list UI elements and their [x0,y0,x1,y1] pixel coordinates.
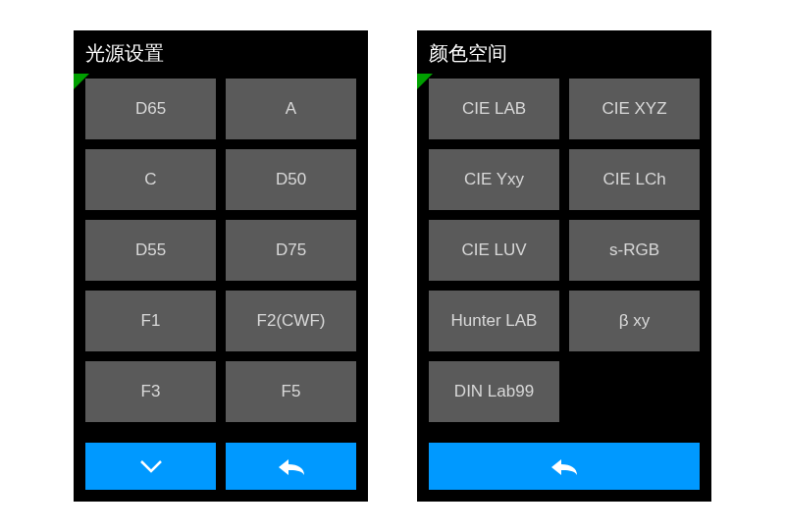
option-button[interactable]: F2(CWF) [226,291,356,351]
option-button[interactable]: F1 [85,291,216,351]
bottom-bar [417,433,711,502]
option-button[interactable]: D65 [85,79,216,139]
back-arrow-icon [548,455,581,477]
option-button[interactable]: s-RGB [569,220,700,281]
option-grid: D65 A C D50 D55 D75 F1 F2(CWF) F3 F5 [74,73,368,433]
option-button[interactable]: β xy [569,291,700,351]
chevron-down-icon [137,457,165,475]
panel-title: 光源设置 [74,30,368,73]
panel-title: 颜色空间 [417,30,711,73]
option-button[interactable]: DIN Lab99 [429,361,559,422]
option-button[interactable]: CIE LAB [429,79,559,139]
back-button[interactable] [429,443,700,490]
option-button[interactable]: D75 [226,220,356,281]
bottom-bar [74,433,368,502]
option-button[interactable]: F3 [85,361,216,422]
option-button[interactable]: CIE XYZ [569,79,700,139]
option-button[interactable]: C [85,149,216,210]
option-button[interactable]: CIE LCh [569,149,700,210]
option-grid: CIE LAB CIE XYZ CIE Yxy CIE LCh CIE LUV … [417,73,711,433]
option-button[interactable]: D55 [85,220,216,281]
color-space-panel: 颜色空间 CIE LAB CIE XYZ CIE Yxy CIE LCh CIE… [417,30,711,502]
active-indicator-icon [74,74,89,89]
page-down-button[interactable] [85,443,216,490]
option-button[interactable]: CIE LUV [429,220,559,281]
option-button[interactable]: D50 [226,149,356,210]
back-button[interactable] [226,443,356,490]
option-button[interactable]: F5 [226,361,356,422]
back-arrow-icon [275,455,308,477]
option-button[interactable]: A [226,79,356,139]
option-button[interactable]: Hunter LAB [429,291,559,351]
active-indicator-icon [417,74,433,89]
option-button[interactable]: CIE Yxy [429,149,559,210]
light-source-panel: 光源设置 D65 A C D50 D55 D75 F1 F2(CWF) F3 F… [74,30,368,502]
